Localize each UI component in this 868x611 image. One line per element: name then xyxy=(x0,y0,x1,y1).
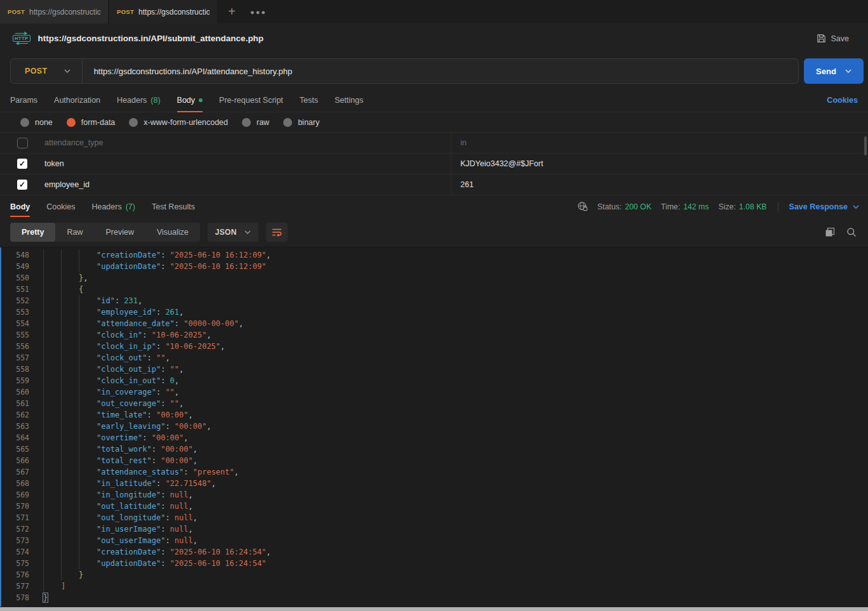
wrap-lines-button[interactable] xyxy=(266,223,288,242)
new-tab-button[interactable]: + xyxy=(218,0,245,23)
size-badge[interactable]: Size: 1.08 KB xyxy=(718,202,766,211)
line-number: 553 xyxy=(0,306,29,318)
copy-icon xyxy=(825,227,835,237)
indent-guide xyxy=(79,375,97,386)
key-cell[interactable]: attendance_type xyxy=(44,133,451,153)
tab-headers[interactable]: Headers(8) xyxy=(117,89,161,112)
response-tab-body[interactable]: Body xyxy=(10,196,30,217)
code-line[interactable]: 566"total_rest": "00:00", xyxy=(0,455,868,466)
fold-gutter xyxy=(29,386,43,398)
code-line[interactable]: 549"updationDate": "2025-06-10 16:12:09" xyxy=(0,261,868,272)
line-number: 567 xyxy=(0,466,29,478)
view-tab-pretty[interactable]: Pretty xyxy=(10,223,55,242)
value-cell[interactable]: 261 xyxy=(451,174,868,195)
tab-tests[interactable]: Tests xyxy=(300,89,318,112)
line-number: 573 xyxy=(0,535,29,546)
fold-gutter xyxy=(29,364,43,375)
code-line[interactable]: 573"out_userImage": null, xyxy=(0,535,868,546)
horizontal-scrollbar[interactable] xyxy=(0,607,868,611)
code-line[interactable]: 559"clock_in_out": 0, xyxy=(0,375,868,386)
tab-options-icon[interactable]: ●●● xyxy=(245,0,272,23)
save-response-button[interactable]: Save Response xyxy=(789,202,859,211)
status-badge[interactable]: Status: 200 OK xyxy=(598,202,651,211)
fold-gutter xyxy=(29,489,43,501)
body-mode-form-data[interactable]: form-data xyxy=(67,118,116,127)
code-line[interactable]: 576} xyxy=(0,569,868,581)
line-number: 565 xyxy=(0,443,29,455)
time-badge[interactable]: Time: 142 ms xyxy=(661,202,709,211)
code-line[interactable]: 564"overtime": "00:00", xyxy=(0,432,868,443)
code-line[interactable]: 551{ xyxy=(0,284,868,295)
tab-pre-request-script[interactable]: Pre-request Script xyxy=(219,89,283,112)
view-tab-visualize[interactable]: Visualize xyxy=(145,223,200,242)
code-line[interactable]: 575"updationDate": "2025-06-10 16:24:54" xyxy=(0,558,868,569)
code-line[interactable]: 552"id": 231, xyxy=(0,295,868,306)
code-line[interactable]: 569"in_longitude": null, xyxy=(0,489,868,501)
fold-gutter xyxy=(29,501,43,512)
response-tab-cookies[interactable]: Cookies xyxy=(46,196,75,217)
send-button[interactable]: Send xyxy=(804,58,864,84)
copy-button[interactable] xyxy=(825,227,835,237)
save-button[interactable]: Save xyxy=(810,30,856,47)
response-tab-test-results[interactable]: Test Results xyxy=(152,196,195,217)
code-line[interactable]: 574"creationDate": "2025-06-10 16:24:54"… xyxy=(0,546,868,558)
window-tab[interactable]: POSThttps://gsdconstructions xyxy=(0,0,108,23)
url-input[interactable]: POST https://gsdconstructions.in/API/att… xyxy=(10,58,799,84)
body-mode-none[interactable]: none xyxy=(20,118,53,127)
tab-params[interactable]: Params xyxy=(10,89,37,112)
code-line[interactable]: 565"total_work": "00:00", xyxy=(0,443,868,455)
code-line[interactable]: 553"employee_id": 261, xyxy=(0,306,868,318)
window-tab[interactable]: POSThttps://gsdconstructions xyxy=(109,0,217,23)
code-line[interactable]: 555"clock_in": "10-06-2025", xyxy=(0,329,868,341)
value-cell[interactable]: KJDYeio3432@#$JFort xyxy=(451,154,868,174)
key-cell[interactable]: employee_id xyxy=(44,174,451,195)
code-line[interactable]: 571"out_longitude": null, xyxy=(0,512,868,523)
code-line[interactable]: 570"out_latitude": null, xyxy=(0,501,868,512)
code-line[interactable]: 561"out_coverage": "", xyxy=(0,398,868,409)
code-line[interactable]: 558"clock_out_ip": "", xyxy=(0,364,868,375)
indent-guide xyxy=(79,409,97,421)
method-dropdown[interactable]: POST xyxy=(11,59,83,83)
cookies-link[interactable]: Cookies xyxy=(827,96,858,105)
value-cell[interactable]: in xyxy=(451,133,868,153)
indent-guide xyxy=(43,535,61,546)
table-scrollbar[interactable] xyxy=(864,136,867,155)
fold-gutter xyxy=(29,592,43,603)
line-number: 550 xyxy=(0,272,29,284)
request-url[interactable]: https://gsdconstructions.in/API/attendan… xyxy=(83,67,293,76)
code-line[interactable]: 568"in_latitude": "22.71548", xyxy=(0,478,868,489)
code-line[interactable]: 578} xyxy=(0,592,868,603)
body-mode-x-www-form-urlencoded[interactable]: x-www-form-urlencoded xyxy=(129,118,228,127)
code-line[interactable]: 548"creationDate": "2025-06-10 16:12:09"… xyxy=(0,249,868,261)
fold-gutter xyxy=(29,329,43,341)
code-line[interactable]: 572"in_userImage": null, xyxy=(0,523,868,535)
format-dropdown[interactable]: JSON xyxy=(208,223,258,242)
horizontal-scrollbar-thumb[interactable] xyxy=(0,607,868,611)
response-body-editor[interactable]: 548"creationDate": "2025-06-10 16:12:09"… xyxy=(0,247,868,607)
key-cell[interactable]: token xyxy=(44,154,451,174)
code-line[interactable]: 562"time_late": "00:00", xyxy=(0,409,868,421)
code-line[interactable]: 554"attendance_date": "0000-00-00", xyxy=(0,318,868,329)
view-tab-preview[interactable]: Preview xyxy=(94,223,145,242)
code-line[interactable]: 577] xyxy=(0,581,868,592)
code-line[interactable]: 560"in_coverage": "", xyxy=(0,386,868,398)
row-checkbox[interactable]: ✓ xyxy=(17,159,27,169)
code-line[interactable]: 557"clock_out": "", xyxy=(0,352,868,364)
indent-guide xyxy=(43,306,61,318)
row-checkbox[interactable]: ✓ xyxy=(17,180,27,190)
indent-guide xyxy=(79,455,97,466)
tab-authorization[interactable]: Authorization xyxy=(54,89,100,112)
code-line[interactable]: 556"clock_in_ip": "10-06-2025", xyxy=(0,341,868,352)
code-line[interactable]: 567"attendance_status": "present", xyxy=(0,466,868,478)
body-mode-raw[interactable]: raw xyxy=(242,118,269,127)
response-tab-headers[interactable]: Headers(7) xyxy=(91,196,135,217)
indent-guide xyxy=(61,386,79,398)
row-checkbox[interactable] xyxy=(17,138,28,148)
tab-settings[interactable]: Settings xyxy=(335,89,363,112)
code-line[interactable]: 563"early_leaving": "00:00", xyxy=(0,421,868,432)
search-button[interactable] xyxy=(846,227,857,237)
tab-body[interactable]: Body xyxy=(177,89,203,112)
body-mode-binary[interactable]: binary xyxy=(283,118,319,127)
code-line[interactable]: 550}, xyxy=(0,272,868,284)
view-tab-raw[interactable]: Raw xyxy=(55,223,94,242)
